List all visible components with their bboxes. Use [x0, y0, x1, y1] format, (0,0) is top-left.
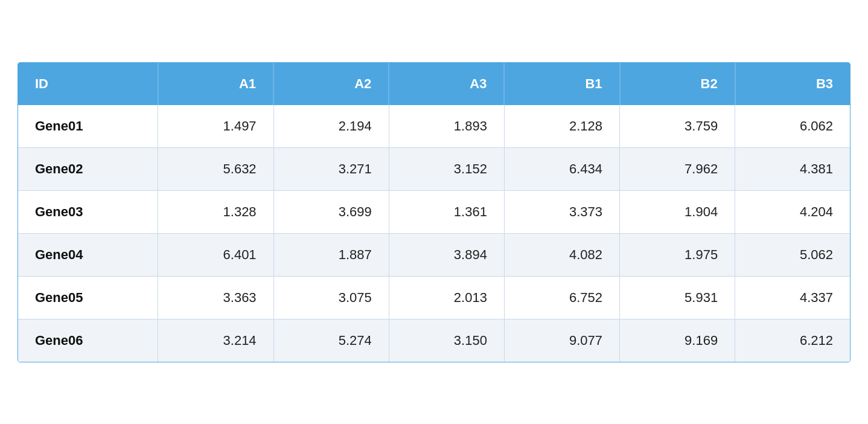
- cell-gene02-a2: 3.271: [273, 147, 389, 190]
- cell-gene04-b1: 4.082: [504, 233, 619, 276]
- cell-gene01-b1: 2.128: [504, 105, 619, 148]
- cell-gene02-id: Gene02: [18, 147, 158, 190]
- cell-gene06-b2: 9.169: [620, 319, 735, 362]
- cell-gene06-b3: 6.212: [735, 319, 850, 362]
- cell-gene04-a2: 1.887: [273, 233, 389, 276]
- data-table: ID A1 A2 A3 B1 B2 B3 Gene011.4972.1941.8…: [18, 62, 850, 362]
- cell-gene06-a3: 3.150: [389, 319, 504, 362]
- cell-gene03-b1: 3.373: [504, 190, 619, 233]
- cell-gene01-b3: 6.062: [735, 105, 850, 148]
- table-row: Gene025.6323.2713.1526.4347.9624.381: [18, 147, 850, 190]
- cell-gene04-b3: 5.062: [735, 233, 850, 276]
- col-header-a3: A3: [389, 63, 504, 105]
- col-header-id: ID: [18, 63, 158, 105]
- cell-gene06-a1: 3.214: [158, 319, 273, 362]
- cell-gene01-a2: 2.194: [273, 105, 389, 148]
- cell-gene02-a3: 3.152: [389, 147, 504, 190]
- cell-gene04-a3: 3.894: [389, 233, 504, 276]
- table-row: Gene011.4972.1941.8932.1283.7596.062: [18, 105, 850, 148]
- cell-gene03-a3: 1.361: [389, 190, 504, 233]
- cell-gene04-id: Gene04: [18, 233, 158, 276]
- col-header-a2: A2: [273, 63, 389, 105]
- cell-gene05-b3: 4.337: [735, 276, 850, 319]
- col-header-b2: B2: [620, 63, 735, 105]
- table-row: Gene053.3633.0752.0136.7525.9314.337: [18, 276, 850, 319]
- cell-gene02-a1: 5.632: [158, 147, 273, 190]
- cell-gene05-id: Gene05: [18, 276, 158, 319]
- cell-gene06-b1: 9.077: [504, 319, 619, 362]
- cell-gene04-a1: 6.401: [158, 233, 273, 276]
- table-header-row: ID A1 A2 A3 B1 B2 B3: [18, 63, 850, 105]
- cell-gene05-a1: 3.363: [158, 276, 273, 319]
- cell-gene01-a1: 1.497: [158, 105, 273, 148]
- cell-gene04-b2: 1.975: [620, 233, 735, 276]
- cell-gene06-id: Gene06: [18, 319, 158, 362]
- cell-gene01-b2: 3.759: [620, 105, 735, 148]
- cell-gene05-b2: 5.931: [620, 276, 735, 319]
- cell-gene03-a1: 1.328: [158, 190, 273, 233]
- cell-gene02-b3: 4.381: [735, 147, 850, 190]
- cell-gene02-b2: 7.962: [620, 147, 735, 190]
- cell-gene06-a2: 5.274: [273, 319, 389, 362]
- cell-gene03-id: Gene03: [18, 190, 158, 233]
- cell-gene05-a3: 2.013: [389, 276, 504, 319]
- table-row: Gene063.2145.2743.1509.0779.1696.212: [18, 319, 850, 362]
- cell-gene05-b1: 6.752: [504, 276, 619, 319]
- col-header-a1: A1: [158, 63, 273, 105]
- cell-gene05-a2: 3.075: [273, 276, 389, 319]
- cell-gene03-a2: 3.699: [273, 190, 389, 233]
- col-header-b3: B3: [735, 63, 850, 105]
- table-row: Gene046.4011.8873.8944.0821.9755.062: [18, 233, 850, 276]
- cell-gene03-b2: 1.904: [620, 190, 735, 233]
- cell-gene03-b3: 4.204: [735, 190, 850, 233]
- table-row: Gene031.3283.6991.3613.3731.9044.204: [18, 190, 850, 233]
- cell-gene01-id: Gene01: [18, 105, 158, 148]
- cell-gene02-b1: 6.434: [504, 147, 619, 190]
- col-header-b1: B1: [504, 63, 619, 105]
- cell-gene01-a3: 1.893: [389, 105, 504, 148]
